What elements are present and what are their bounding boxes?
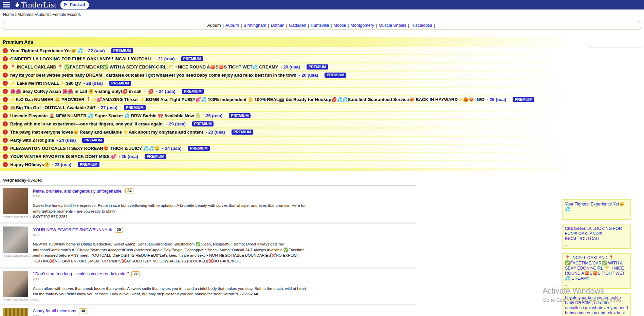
premium-badge: PREMIUM — [229, 113, 251, 118]
sidebar-ad-title[interactable]: hey its your best wettes petite baby DRE… — [565, 295, 628, 316]
premium-ad-title[interactable]: hey its your best wettes petite baby DRE… — [10, 73, 296, 78]
city-nav-separator: | — [331, 23, 332, 28]
premium-badge: PREMIUM — [513, 97, 534, 102]
listing-photo[interactable] — [3, 271, 28, 297]
premium-ad-row[interactable]: ↑ YOUR WINTER FAVORITE IS BACK DONT MISS… — [0, 153, 644, 160]
listing-photo[interactable] — [3, 226, 28, 253]
age-badge: 20 — [115, 227, 123, 233]
premium-ad-title[interactable]: Party with 2 Hot girls — [10, 138, 54, 143]
date-header: Wednesday-03-Dec — [0, 176, 416, 185]
premium-ad-age: - 24 (usa) — [156, 89, 176, 94]
sidebar-premium-box[interactable]: Your Tightest Experience Yet😼 💦 ... — [562, 199, 631, 220]
sidebar-premium-box[interactable]: CINDERELLA LOOKING FOR FUN!!! OAKLAND!!!… — [562, 224, 631, 249]
premium-ad-title[interactable]: 📍 INCALL OAKLAND 📍 ✅FACETIME/CAR✅ WITH A… — [10, 64, 278, 70]
age-badge: 22 — [131, 271, 140, 277]
premium-ad-row[interactable]: ↑ Happy HOlidays🤗 - 23 (usa) PREMIUM — [0, 161, 644, 168]
promoted-up-icon: ↑ — [3, 105, 8, 110]
promoted-up-icon: ↑ — [3, 113, 8, 118]
premium-ad-row[interactable]: ↑ Your Tightest Experience Yet😼 💦 - 22 (… — [0, 47, 644, 54]
sidebar-premium-box[interactable]: hey its your best wettes petite baby DRE… — [562, 293, 631, 316]
premium-ad-title[interactable]: ✨ Lake Merritt INCALL✨ $80 QV — [10, 81, 81, 86]
sidebar-ad-title[interactable]: CINDERELLA LOOKING FOR FUN!!! OAKLAND!!!… — [565, 226, 628, 242]
premium-ad-title[interactable]: Your Tightest Experience Yet😼 💦 — [10, 48, 83, 53]
listing-location: USA — [33, 195, 416, 198]
premium-ad-row[interactable]: ↑ CINDERELLA LOOKING FOR FUN!!! OAKLAND!… — [0, 55, 644, 62]
city-nav-link[interactable]: Tuscaloosa — [411, 23, 432, 28]
premium-badge: PREMIUM — [145, 154, 166, 159]
listing-title-link[interactable]: "'Don't stare too long… unless you're re… — [33, 272, 129, 276]
promoted-up-icon: ↑ — [3, 48, 8, 53]
premium-ad-row[interactable]: ↑ ✨ Lake Merritt INCALL✨ $80 QV - 28 (us… — [0, 80, 644, 87]
listing-title-link[interactable]: Petite, brunette, and dangerously unforg… — [33, 189, 123, 194]
premium-ad-title[interactable]: Happy HOlidays🤗 — [10, 162, 50, 167]
premium-badge: PREMIUM — [181, 56, 203, 61]
premium-ads-section: Premium Ads ↑ Your Tightest Experience Y… — [0, 37, 644, 171]
premium-ad-title[interactable]: 🙈Big Tits Girl - OUTCALL Available 24/7 — [10, 105, 96, 110]
site-logo[interactable]: TinderList — [14, 0, 56, 9]
city-nav-separator: | — [308, 23, 309, 28]
sidebar-premium-box[interactable]: 📍 INCALL OAKLAND 📍 ✅FACETIME/CAR✅ WITH A… — [562, 253, 631, 289]
premium-ad-title[interactable]: CINDERELLA LOOKING FOR FUN!!! OAKLAND!!!… — [10, 56, 153, 61]
city-nav: Auburn|Auburn|Birmingham|Dothan|Gadsden|… — [2, 23, 642, 28]
listing-location: USA — [33, 233, 416, 237]
post-ad-button[interactable]: Post ad — [60, 1, 89, 9]
listing-title-link[interactable]: YOUR NEW FAVORITE SNOWBUNNY ❄ — [33, 227, 112, 232]
promoted-up-icon: ↑ — [3, 138, 8, 143]
promoted-up-icon: ↑ — [3, 89, 8, 94]
flame-icon — [14, 0, 20, 9]
premium-ad-title[interactable]: ✨K.O Daa NUMBER 👑 PROVIDER 🧍✨💕AMAZING Th… — [10, 97, 484, 102]
city-nav-separator: | — [348, 23, 349, 28]
city-nav-link[interactable]: Auburn — [225, 23, 239, 28]
premium-ad-row[interactable]: ↑ Upscale Playmate 🌋 NEW NUMBER 💦 Super … — [0, 112, 644, 119]
premium-ad-row[interactable]: ↑ hey its your best wettes petite baby D… — [0, 72, 644, 79]
listing-description: NEW IN TOWNMy name is Dallas !Seductive,… — [33, 241, 313, 264]
top-navigation-bar: TinderList Post ad — [0, 0, 644, 9]
city-nav-separator: | — [241, 23, 242, 28]
premium-ad-row[interactable]: ↑ Being with me is an experience—one tha… — [0, 120, 644, 127]
premium-ad-row[interactable]: ↑ 🙈Big Tits Girl - OUTCALL Available 24/… — [0, 104, 644, 111]
premium-ad-title[interactable]: Upscale Playmate 🌋 NEW NUMBER 💦 Super So… — [10, 113, 201, 118]
promoted-up-icon: ↑ — [3, 146, 8, 151]
listings-list: Petite, brunette, and dangerously unforg… — [0, 185, 644, 316]
city-nav-link[interactable]: Montgomery — [351, 23, 374, 28]
listing-posted-date: Posted: December 3, 2025 — [3, 254, 39, 257]
premium-ad-title[interactable]: PLEASANTON OUTCALLS !! SEXY KOREAN😍 THIC… — [10, 146, 160, 151]
city-nav-link[interactable]: Mobile — [333, 23, 346, 28]
premium-badge: PREMIUM — [325, 73, 346, 78]
premium-ad-age: - 24 (usa) — [162, 146, 181, 151]
listing-photo[interactable] — [3, 188, 28, 214]
listing-photo[interactable] — [3, 308, 28, 316]
page: TinderList Post ad Home >Alabama>Auburn … — [0, 0, 644, 316]
sidebar-ad-title[interactable]: 📍 INCALL OAKLAND 📍 ✅FACETIME/CAR✅ WITH A… — [565, 255, 628, 281]
premium-ad-row[interactable]: ↑ 🌺🌺 Sexy CuRvy Asian 🌺🌺 in call 🤗 visit… — [0, 88, 644, 95]
horizontal-scrollbar[interactable] — [588, 44, 643, 47]
premium-ad-title[interactable]: Being with me is an experience—one that … — [10, 121, 164, 126]
premium-ads-list: ↑ Your Tightest Experience Yet😼 💦 - 22 (… — [0, 47, 644, 168]
listing-row: Petite, brunette, and dangerously unforg… — [0, 185, 416, 221]
premium-ad-row[interactable]: ↑ PLEASANTON OUTCALLS !! SEXY KOREAN😍 TH… — [0, 145, 644, 152]
city-nav-link[interactable]: Birmingham — [244, 23, 266, 28]
hamburger-menu-icon[interactable] — [3, 2, 10, 7]
sidebar-ad-title[interactable]: Your Tightest Experience Yet😼 💦 — [565, 202, 628, 212]
city-nav-link[interactable]: Gadsden — [289, 23, 306, 28]
premium-ad-row[interactable]: ↑ The pawg that everyone loves😼 Ready an… — [0, 129, 644, 136]
city-nav-link[interactable]: Dothan — [271, 23, 284, 28]
premium-ad-title[interactable]: The pawg that everyone loves😼 Ready and … — [10, 130, 203, 135]
premium-ad-row[interactable]: ↑ 📍 INCALL OAKLAND 📍 ✅FACETIME/CAR✅ WITH… — [0, 63, 644, 71]
promoted-up-icon: ↑ — [3, 162, 8, 167]
listing-location: USA — [33, 278, 416, 281]
premium-ad-row[interactable]: ↑ Party with 2 Hot girls - 24 (usa) PREM… — [0, 137, 644, 144]
premium-ad-age: - 21 (usa) — [155, 56, 175, 61]
city-nav-separator: | — [268, 23, 269, 28]
premium-ad-title[interactable]: YOUR WINTER FAVORITE IS BACK DONT MISS 💕 — [10, 154, 116, 159]
city-nav-separator: | — [434, 23, 435, 28]
brand-name: TinderList — [21, 0, 56, 9]
premium-ad-title[interactable]: 🌺🌺 Sexy CuRvy Asian 🌺🌺 in call 🤗 visitin… — [10, 89, 154, 94]
premium-ad-row[interactable]: ↑ ✨K.O Daa NUMBER 👑 PROVIDER 🧍✨💕AMAZING … — [0, 96, 644, 103]
city-nav-separator: | — [223, 23, 224, 28]
city-nav-link[interactable]: Huntsville — [311, 23, 329, 28]
city-nav-link[interactable]: Muscle Shoals — [379, 23, 406, 28]
breadcrumb[interactable]: Home >Alabama>Auburn >Female Escorts — [0, 9, 644, 19]
listing-title-link[interactable]: A lady for all occasions — [33, 309, 76, 313]
city-nav-separator: | — [376, 23, 377, 28]
